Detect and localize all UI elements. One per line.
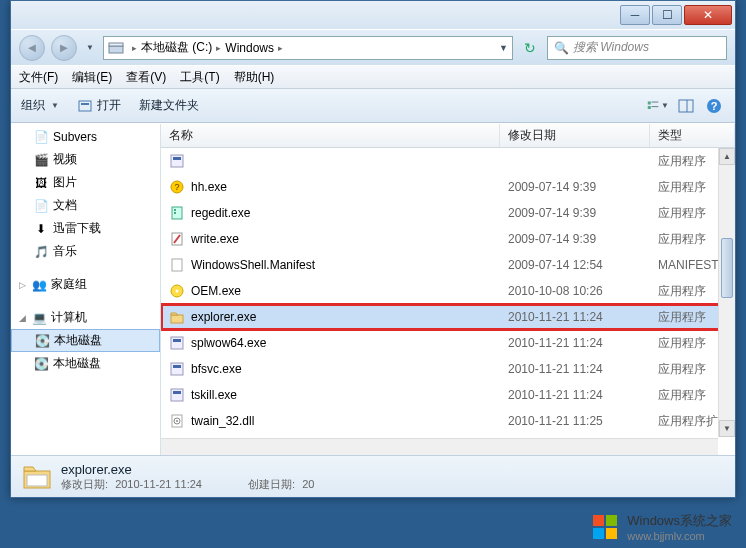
computer-icon: 💻 (31, 310, 47, 326)
status-create-value: 20 (302, 478, 314, 490)
svg-point-32 (176, 420, 178, 422)
folder-icon (21, 461, 53, 493)
back-button[interactable]: ◄ (19, 35, 45, 61)
scroll-up-button[interactable]: ▲ (719, 148, 735, 165)
menu-tools[interactable]: 工具(T) (180, 69, 219, 86)
watermark-url: www.bjjmlv.com (627, 530, 732, 542)
svg-rect-44 (593, 528, 604, 539)
chevron-right-icon: ▸ (278, 43, 283, 53)
doc-icon: 📄 (33, 198, 49, 214)
file-icon (169, 361, 185, 377)
file-date: 2010-10-08 10:26 (500, 284, 650, 298)
file-name: explorer.exe (191, 310, 256, 324)
file-row[interactable]: splwow64.exe2010-11-21 11:24应用程序 (161, 330, 735, 356)
drive-icon: 💽 (34, 333, 50, 349)
sidebar-item-subversion[interactable]: 📄Subvers (11, 126, 160, 148)
preview-pane-button[interactable] (675, 95, 697, 117)
status-create-label: 创建日期: (248, 478, 295, 490)
svg-rect-1 (109, 43, 123, 46)
file-row[interactable]: 应用程序 (161, 148, 735, 174)
svg-rect-6 (648, 106, 651, 109)
sidebar-item-documents[interactable]: 📄文档 (11, 194, 160, 217)
expand-icon[interactable]: ▷ (19, 280, 31, 290)
address-dropdown[interactable]: ▼ (499, 43, 508, 53)
file-row[interactable]: OEM.exe2010-10-08 10:26应用程序 (161, 278, 735, 304)
sidebar-item-homegroup[interactable]: ▷👥家庭组 (11, 273, 160, 296)
history-dropdown[interactable]: ▼ (83, 35, 97, 61)
file-row[interactable]: ?hh.exe2009-07-14 9:39应用程序 (161, 174, 735, 200)
column-date[interactable]: 修改日期 (500, 124, 650, 147)
svg-rect-45 (606, 528, 617, 539)
file-row[interactable]: write.exe2009-07-14 9:39应用程序 (161, 226, 735, 252)
maximize-button[interactable]: ☐ (652, 5, 682, 25)
chevron-down-icon: ▼ (51, 101, 59, 110)
file-row[interactable]: regedit.exe2009-07-14 9:39应用程序 (161, 200, 735, 226)
file-date: 2010-11-21 11:24 (500, 336, 650, 350)
file-name-cell: twain_32.dll (161, 413, 500, 429)
svg-rect-13 (173, 157, 181, 160)
open-button[interactable]: 打开 (77, 97, 121, 114)
file-name-cell: ?hh.exe (161, 179, 500, 195)
file-name-cell: tskill.exe (161, 387, 500, 403)
svg-rect-7 (652, 106, 659, 107)
file-rows[interactable]: 应用程序?hh.exe2009-07-14 9:39应用程序regedit.ex… (161, 148, 735, 455)
svg-text:?: ? (711, 100, 718, 112)
crumb-drive[interactable]: 本地磁盘 (C:) (141, 39, 212, 56)
sidebar-item-music[interactable]: 🎵音乐 (11, 240, 160, 263)
file-row[interactable]: twain_32.dll2010-11-21 11:25应用程序扩 (161, 408, 735, 434)
sidebar-item-video[interactable]: 🎬视频 (11, 148, 160, 171)
windows-logo-icon (591, 513, 619, 541)
column-name[interactable]: 名称 (161, 124, 500, 147)
search-input[interactable]: 🔍 搜索 Windows (547, 36, 727, 60)
breadcrumb[interactable]: ▸ 本地磁盘 (C:) ▸ Windows ▸ ▼ (103, 36, 513, 60)
refresh-button[interactable]: ↻ (519, 37, 541, 59)
svg-rect-8 (679, 100, 693, 112)
menu-view[interactable]: 查看(V) (126, 69, 166, 86)
sidebar-item-pictures[interactable]: 🖼图片 (11, 171, 160, 194)
file-name: write.exe (191, 232, 239, 246)
file-date: 2009-07-14 9:39 (500, 232, 650, 246)
sidebar-item-localdisk-c[interactable]: 💽本地磁盘 (11, 329, 160, 352)
sidebar-item-downloads[interactable]: ⬇迅雷下载 (11, 217, 160, 240)
scroll-down-button[interactable]: ▼ (719, 420, 735, 437)
video-icon: 🎬 (33, 152, 49, 168)
status-date-label: 修改日期: (61, 478, 108, 490)
file-name: twain_32.dll (191, 414, 254, 428)
column-type[interactable]: 类型 (650, 124, 735, 147)
forward-button[interactable]: ► (51, 35, 77, 61)
navigation-pane[interactable]: 📄Subvers 🎬视频 🖼图片 📄文档 ⬇迅雷下载 🎵音乐 ▷👥家庭组 ◢💻计… (11, 124, 161, 455)
minimize-button[interactable]: ─ (620, 5, 650, 25)
homegroup-icon: 👥 (31, 277, 47, 293)
svg-rect-4 (648, 101, 651, 104)
sidebar-item-localdisk-d[interactable]: 💽本地磁盘 (11, 352, 160, 375)
menu-edit[interactable]: 编辑(E) (72, 69, 112, 86)
menu-help[interactable]: 帮助(H) (234, 69, 275, 86)
file-icon: ? (169, 179, 185, 195)
view-mode-button[interactable]: ▼ (647, 95, 669, 117)
vertical-scrollbar[interactable]: ▲ ▼ (718, 148, 735, 437)
help-button[interactable]: ? (703, 95, 725, 117)
svg-rect-20 (172, 259, 182, 271)
svg-rect-41 (27, 475, 47, 486)
svg-point-22 (176, 290, 179, 293)
file-row[interactable]: explorer.exe2010-11-21 11:24应用程序 (161, 304, 735, 330)
collapse-icon[interactable]: ◢ (19, 313, 31, 323)
horizontal-scrollbar[interactable] (161, 438, 718, 455)
close-button[interactable]: ✕ (684, 5, 732, 25)
file-row[interactable]: bfsvc.exe2010-11-21 11:24应用程序 (161, 356, 735, 382)
file-name: OEM.exe (191, 284, 241, 298)
crumb-folder[interactable]: Windows (225, 41, 274, 55)
file-icon (169, 205, 185, 221)
svg-rect-29 (173, 391, 181, 394)
file-row[interactable]: tskill.exe2010-11-21 11:24应用程序 (161, 382, 735, 408)
scroll-thumb[interactable] (721, 238, 733, 298)
file-name-cell (161, 153, 500, 169)
menu-file[interactable]: 文件(F) (19, 69, 58, 86)
file-name: splwow64.exe (191, 336, 266, 350)
file-icon (169, 335, 185, 351)
new-folder-button[interactable]: 新建文件夹 (139, 97, 199, 114)
sidebar-item-computer[interactable]: ◢💻计算机 (11, 306, 160, 329)
file-name: bfsvc.exe (191, 362, 242, 376)
organize-button[interactable]: 组织▼ (21, 97, 59, 114)
file-row[interactable]: WindowsShell.Manifest2009-07-14 12:54MAN… (161, 252, 735, 278)
